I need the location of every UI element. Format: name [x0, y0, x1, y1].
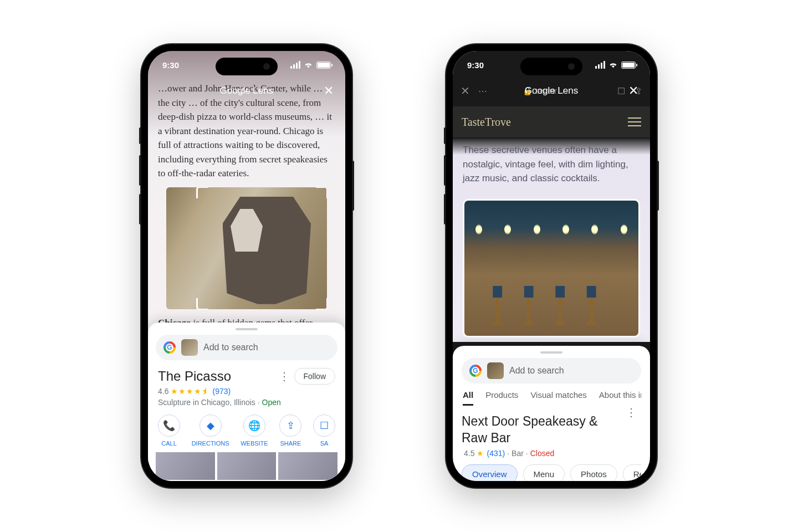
rating-value: 4.6: [158, 387, 168, 396]
detail-chips: Overview Menu Photos Review: [462, 464, 641, 481]
call-icon: 📞: [158, 415, 180, 437]
battery-icon: [316, 62, 331, 69]
search-placeholder: Add to search: [203, 342, 258, 352]
rating-value: 4.5: [464, 449, 474, 458]
review-count[interactable]: (973): [212, 387, 231, 396]
lens-target-image[interactable]: [463, 199, 640, 337]
save-icon: ☐: [313, 415, 335, 437]
site-header: TasteTrove: [453, 106, 650, 137]
follow-button[interactable]: Follow: [294, 368, 335, 385]
google-logo-icon: [163, 341, 176, 354]
tab-about-image[interactable]: About this im: [599, 390, 641, 406]
grabber-icon[interactable]: [540, 351, 562, 354]
status-time: 9:30: [162, 60, 179, 70]
place-title: Next Door Speakeasy & Raw Bar: [462, 413, 621, 447]
open-status: Closed: [530, 449, 555, 458]
screen-left: 9:30 Google Lens ✕ …ower and John Hancoc…: [148, 51, 345, 481]
tab-all[interactable]: All: [463, 390, 473, 406]
star-icon: ★: [477, 449, 484, 458]
add-to-search-input[interactable]: Add to search: [156, 335, 337, 360]
battery-icon: [621, 62, 636, 69]
tab-products[interactable]: Products: [485, 390, 518, 406]
chip-reviews[interactable]: Review: [623, 464, 641, 481]
place-title: The Picasso: [158, 369, 274, 384]
place-type: Bar: [511, 449, 524, 458]
more-icon[interactable]: ⋮: [274, 370, 294, 383]
add-to-search-input[interactable]: Add to search: [462, 358, 641, 383]
lens-target-image[interactable]: [166, 187, 327, 309]
share-icon: ⇪: [279, 415, 301, 437]
tab-visual-matches[interactable]: Visual matches: [530, 390, 586, 406]
meta-row: Sculpture in Chicago, Illinois · Open: [156, 396, 337, 407]
review-count[interactable]: (431): [487, 449, 505, 458]
lens-title: Google Lens: [220, 85, 273, 96]
share-button[interactable]: ⇪SHARE: [279, 415, 301, 447]
website-button[interactable]: 🌐WEBSITE: [241, 415, 268, 447]
lens-title: Google Lens: [525, 85, 578, 96]
status-time: 9:30: [467, 60, 484, 70]
site-name[interactable]: TasteTrove: [462, 116, 511, 129]
dynamic-island: [520, 58, 582, 75]
wifi-icon: [608, 62, 618, 68]
search-thumb-icon: [181, 339, 198, 356]
website-icon: 🌐: [243, 415, 265, 437]
chip-photos[interactable]: Photos: [570, 464, 617, 481]
more-icon[interactable]: ⋮: [621, 406, 641, 419]
result-tabs: All Products Visual matches About this i…: [462, 390, 641, 406]
chip-overview[interactable]: Overview: [462, 464, 518, 481]
open-status: Open: [262, 398, 281, 407]
call-button[interactable]: 📞CALL: [158, 415, 180, 447]
rating-row: 4.6 ★★★★⯨ (973): [156, 385, 337, 396]
chip-menu[interactable]: Menu: [523, 464, 565, 481]
phone-left: 9:30 Google Lens ✕ …ower and John Hancoc…: [141, 44, 352, 488]
photo-strip[interactable]: [156, 452, 337, 480]
search-thumb-icon: [487, 362, 504, 379]
results-sheet[interactable]: Add to search The Picasso ⋮ Follow 4.6 ★…: [148, 323, 345, 481]
dynamic-island: [216, 58, 278, 75]
search-placeholder: Add to search: [509, 366, 564, 376]
phone-right: 9:30 ✕ ⋯ 🔒 tastetr… ☐ ⇪ TasteTrove: [446, 44, 657, 488]
lens-header: Google Lens ✕: [148, 79, 345, 103]
grabber-icon[interactable]: [236, 328, 258, 330]
wifi-icon: [304, 62, 313, 68]
directions-button[interactable]: ◆DIRECTIONS: [192, 415, 229, 447]
save-button[interactable]: ☐SA: [313, 415, 335, 447]
close-icon[interactable]: ✕: [626, 83, 641, 99]
screen-right: 9:30 ✕ ⋯ 🔒 tastetr… ☐ ⇪ TasteTrove: [453, 51, 650, 481]
results-sheet[interactable]: Add to search All Products Visual matche…: [453, 346, 650, 481]
close-icon[interactable]: ✕: [321, 83, 336, 99]
background-article: These secretive venues often have a nost…: [453, 139, 650, 342]
signal-icon: [290, 61, 300, 69]
article-text: These secretive venues often have a nost…: [463, 143, 640, 186]
lens-header: Google Lens ✕: [453, 79, 650, 103]
stars-icon: ★★★★⯨: [171, 387, 210, 396]
signal-icon: [595, 61, 605, 69]
hamburger-icon[interactable]: [628, 117, 641, 126]
google-logo-icon: [469, 365, 482, 377]
directions-icon: ◆: [200, 415, 222, 437]
action-strip: 📞CALL ◆DIRECTIONS 🌐WEBSITE ⇪SHARE ☐SA: [156, 407, 337, 447]
rating-row: 4.5 ★ (431) ·Bar ·Closed: [462, 447, 641, 458]
